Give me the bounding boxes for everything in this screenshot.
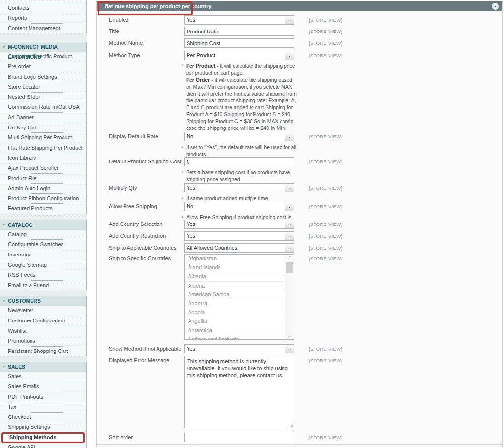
sidebar-item-store-email-addresses[interactable]: Store Email Addresses bbox=[0, 0, 86, 3]
collapse-button[interactable]: ▲ bbox=[492, 3, 499, 10]
sidebar-item-pdf-print-outs[interactable]: PDF Print-outs bbox=[0, 392, 86, 403]
sidebar-item-inventory[interactable]: Inventory bbox=[0, 250, 86, 260]
field-label: Sort order bbox=[109, 434, 183, 440]
field-label: Enabled bbox=[109, 17, 183, 23]
sidebar-item-flat-rate-shipping-per-product[interactable]: Flat Rate Shipping Per Product bbox=[0, 143, 86, 154]
sidebar-item-customer-configuration[interactable]: Customer Configuration bbox=[0, 316, 86, 326]
sidebar-item-checkout[interactable]: Checkout bbox=[0, 413, 86, 423]
sidebar-item-store-locator[interactable]: Store Locator bbox=[0, 82, 86, 93]
add-country-restriction-select[interactable]: Yes ⌄ bbox=[184, 231, 294, 241]
sidebar-section-header-mconnect[interactable]: ► M-CONNECT MEDIA EXTENSIONS bbox=[0, 42, 86, 52]
sidebar-item-nested-slider[interactable]: Nested Slider bbox=[0, 93, 86, 103]
sidebar-item-ad-banner[interactable]: Ad-Banner bbox=[0, 113, 86, 123]
field-label: Ship to Specific Countries bbox=[109, 256, 183, 261]
country-option[interactable]: American Samoa bbox=[185, 290, 285, 299]
allow-free-shipping-select[interactable]: No ⌄ bbox=[184, 202, 294, 211]
sidebar-item-ajax-product-scroller[interactable]: Ajax Product Scroller bbox=[0, 163, 86, 174]
country-option[interactable]: Afghanistan bbox=[185, 255, 285, 263]
sidebar-section-tail: Store Email Addresses Contacts Reports C… bbox=[0, 0, 87, 33]
select-value: All Allowed Countries bbox=[185, 244, 285, 252]
sidebar-section-header-customers[interactable]: ► CUSTOMERS bbox=[0, 296, 86, 306]
method-name-input[interactable] bbox=[184, 38, 294, 48]
country-option[interactable]: Åland Islands bbox=[185, 263, 285, 272]
scope-label: [STORE VIEW] bbox=[309, 29, 342, 34]
sidebar-item-configurable-swatches[interactable]: Configurable Swatches bbox=[0, 240, 86, 250]
country-option[interactable]: Algeria bbox=[185, 282, 285, 290]
sidebar-item-product-file[interactable]: Product File bbox=[0, 174, 86, 184]
field-label: Show Method if not Applicable bbox=[109, 346, 183, 352]
error-message-textarea[interactable]: This shipping method is currently unavai… bbox=[184, 356, 294, 428]
sidebar-item-persistent-shopping-cart[interactable]: Persistent Shopping Cart bbox=[0, 347, 86, 357]
listbox-scrollbar[interactable]: ⌃ ⌄ bbox=[285, 255, 294, 339]
display-default-rate-select[interactable]: No ⌄ bbox=[184, 132, 294, 141]
panel-title: flat rate shipping per product per count… bbox=[105, 3, 211, 9]
scope-label: [STORE VIEW] bbox=[309, 222, 342, 227]
scroll-down-icon[interactable]: ⌄ bbox=[285, 333, 294, 338]
sidebar-item-google-sitemap[interactable]: Google Sitemap bbox=[0, 260, 86, 271]
scrollbar-thumb[interactable] bbox=[286, 262, 293, 273]
default-cost-input[interactable] bbox=[184, 157, 294, 166]
ship-applicable-countries-select[interactable]: All Allowed Countries ⌄ bbox=[184, 243, 294, 253]
sidebar-item-pre-order[interactable]: Pre-order bbox=[0, 62, 86, 72]
sidebar-item-icon-library[interactable]: Icon Library bbox=[0, 153, 86, 163]
field-help: ▲ If same product added multiple time. bbox=[181, 195, 297, 202]
add-country-selection-select[interactable]: Yes ⌄ bbox=[184, 220, 294, 229]
scroll-up-icon[interactable]: ⌃ bbox=[285, 256, 294, 260]
sidebar-item-content-management[interactable]: Content Management bbox=[0, 24, 86, 34]
select-value: No bbox=[185, 132, 285, 141]
sidebar-item-multi-shipping-per-product[interactable]: Multi Shipping Per Product bbox=[0, 133, 86, 143]
sidebar-item-google-api[interactable]: Google API bbox=[0, 443, 86, 448]
sidebar-section-header-sales[interactable]: ► SALES bbox=[0, 362, 86, 372]
method-type-select[interactable]: Per Product ⌄ bbox=[184, 51, 294, 60]
field-label: Default Product Shipping Cost bbox=[109, 159, 183, 164]
country-option[interactable]: Anguilla bbox=[185, 317, 285, 326]
country-option[interactable]: Andorra bbox=[185, 299, 285, 308]
sort-order-input[interactable] bbox=[184, 433, 294, 442]
config-panel: flat rate shipping per product per count… bbox=[96, 1, 503, 447]
enabled-select[interactable]: Yes ⌄ bbox=[184, 15, 294, 25]
help-bold: Per Order bbox=[186, 77, 210, 83]
country-options: Afghanistan Åland Islands Albania Algeri… bbox=[185, 255, 285, 339]
scope-label: [STORE VIEW] bbox=[309, 256, 342, 261]
sidebar-item-tax[interactable]: Tax bbox=[0, 402, 86, 413]
sidebar-item-sales-emails[interactable]: Sales Emails bbox=[0, 382, 86, 392]
ship-to-specific-countries-list[interactable]: Afghanistan Åland Islands Albania Algeri… bbox=[184, 254, 294, 340]
country-option[interactable]: Angola bbox=[185, 308, 285, 317]
sidebar-item-contacts[interactable]: Contacts bbox=[0, 3, 86, 14]
sidebar-item-sales[interactable]: Sales bbox=[0, 372, 86, 382]
sidebar-item-product-ribbon-configuration[interactable]: Product Ribbon Configuration bbox=[0, 194, 86, 204]
show-method-select[interactable]: Yes ⌄ bbox=[184, 344, 294, 353]
chevron-down-icon: ⌄ bbox=[285, 232, 294, 240]
panel-header: flat rate shipping per product per count… bbox=[97, 1, 502, 11]
sidebar-item-url-key-opt[interactable]: Url-Key Opt bbox=[0, 123, 86, 133]
sidebar-item-newsletter[interactable]: Newsletter bbox=[0, 306, 86, 316]
chevron-right-icon: ► bbox=[2, 296, 6, 306]
sidebar-item-wishlist[interactable]: Wishlist bbox=[0, 326, 86, 337]
sidebar-item-reports[interactable]: Reports bbox=[0, 13, 86, 24]
field-help: ▲ Sets a base shipping cost if no produc… bbox=[181, 169, 297, 183]
sidebar-item-brand-logo-settings[interactable]: Brand Logo Settings bbox=[0, 72, 86, 83]
sidebar-item-promotions[interactable]: Promotions bbox=[0, 336, 86, 347]
help-text: - it will calculate the shipping based o… bbox=[186, 77, 297, 138]
sidebar-item-shipping-settings[interactable]: Shipping Settings bbox=[0, 422, 86, 433]
sidebar-item-rss-feeds[interactable]: RSS Feeds bbox=[0, 270, 86, 281]
sidebar-item-admin-auto-login[interactable]: Admin Auto Login bbox=[0, 184, 86, 194]
sidebar-section-header-catalog[interactable]: ► CATALOG bbox=[0, 220, 86, 230]
sidebar-item-featured-products[interactable]: Featured Products bbox=[0, 204, 86, 214]
help-bold: Per Product bbox=[186, 63, 216, 69]
country-option[interactable]: Antigua and Barbuda bbox=[185, 335, 285, 339]
resize-grip-icon[interactable] bbox=[290, 424, 293, 427]
country-option[interactable]: Albania bbox=[185, 272, 285, 281]
field-label: Multiply Qty bbox=[109, 185, 183, 191]
sidebar-item-shipping-methods[interactable]: Shipping Methods bbox=[1, 432, 85, 443]
sidebar-item-commission-rate[interactable]: Commission Rate In/Out USA bbox=[0, 102, 86, 113]
field-label: Allow Free Shipping bbox=[109, 203, 183, 209]
sidebar-item-catalog[interactable]: Catalog bbox=[0, 230, 86, 240]
country-option[interactable]: Antarctica bbox=[185, 326, 285, 335]
chevron-right-icon: ► bbox=[2, 42, 6, 52]
sidebar-section-sales: ► SALES Sales Sales Emails PDF Print-out… bbox=[0, 362, 87, 448]
title-input[interactable] bbox=[184, 27, 294, 36]
sidebar-item-email-to-a-friend[interactable]: Email to a Friend bbox=[0, 281, 86, 291]
multiply-qty-select[interactable]: Yes ⌄ bbox=[184, 183, 294, 192]
select-value: Per Product bbox=[185, 51, 285, 60]
